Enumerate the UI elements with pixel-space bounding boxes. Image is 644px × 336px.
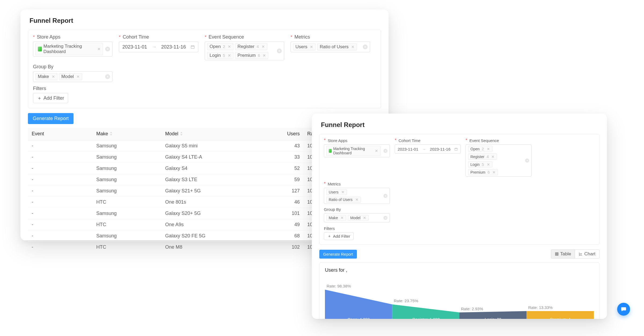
remove-tag-icon[interactable]: ✕ xyxy=(52,74,55,79)
funnel-stage xyxy=(325,290,392,319)
event-tag[interactable]: Register4✕ xyxy=(235,43,267,50)
clear-all-icon[interactable]: ✕ xyxy=(105,74,110,79)
metric-tag[interactable]: Users✕ xyxy=(293,43,316,50)
chat-fab[interactable] xyxy=(617,303,630,316)
funnel-svg xyxy=(325,284,594,319)
event-tag[interactable]: Open2✕ xyxy=(207,43,233,50)
cohort-start: 2023-11-01 xyxy=(122,44,147,50)
remove-tag-icon[interactable]: ✕ xyxy=(263,53,266,58)
generate-report-button[interactable]: Generate Report xyxy=(28,113,74,124)
clear-all-icon[interactable]: ✕ xyxy=(277,48,282,53)
cell-event: - xyxy=(28,230,93,241)
remove-tag-icon[interactable]: ✕ xyxy=(76,74,80,79)
remove-tag-icon[interactable]: ✕ xyxy=(492,170,496,174)
remove-tag-icon[interactable]: ✕ xyxy=(363,216,366,220)
remove-tag-icon[interactable]: ✕ xyxy=(228,44,231,49)
remove-tag-icon[interactable]: ✕ xyxy=(310,45,313,49)
remove-tag-icon[interactable]: ✕ xyxy=(97,47,101,51)
clear-all-icon[interactable]: ✕ xyxy=(363,44,368,49)
cell-users: 33 xyxy=(256,151,304,163)
remove-tag-icon[interactable]: ✕ xyxy=(487,147,490,151)
col-event[interactable]: Event xyxy=(28,128,93,140)
store-app-tag[interactable]: Marketing Tracking Dashboard ✕ xyxy=(326,146,380,156)
cohort-date-range[interactable]: 2023-11-01 → 2023-11-16 xyxy=(119,42,198,52)
remove-tag-icon[interactable]: ✕ xyxy=(375,149,378,153)
table-icon xyxy=(555,252,559,256)
chart-toggle[interactable]: Chart xyxy=(575,250,599,258)
clear-all-icon[interactable]: ✕ xyxy=(525,159,529,163)
funnel-stage xyxy=(392,304,460,319)
table-toggle[interactable]: Table xyxy=(551,250,575,258)
app-icon xyxy=(329,149,332,153)
event-tag[interactable]: Login5✕ xyxy=(207,52,233,59)
metrics-select[interactable]: Users✕ Ratio of Users✕ ✕ xyxy=(324,188,390,204)
store-apps-label: Store Apps xyxy=(33,34,112,40)
funnel-stage-label: Register: 1,023 xyxy=(412,317,439,319)
funnel-stage-label: Login: 30 xyxy=(480,317,506,319)
cell-model: Galaxy S3 LTE xyxy=(161,174,256,185)
cell-make: Samsung xyxy=(93,230,162,241)
chart-title: Users for , xyxy=(325,267,594,273)
cell-model: Galaxy S5 mini xyxy=(161,140,256,151)
remove-tag-icon[interactable]: ✕ xyxy=(355,197,358,202)
cohort-date-range[interactable]: 2023-11-01 → 2023-11-16 xyxy=(395,144,461,154)
remove-tag-icon[interactable]: ✕ xyxy=(487,162,490,167)
cell-event: - xyxy=(28,163,93,174)
store-app-tag[interactable]: Marketing Tracking Dashboard ✕ xyxy=(35,43,103,55)
cell-users: 127 xyxy=(256,185,304,196)
cell-make: Samsung xyxy=(93,140,162,151)
cell-users: 101 xyxy=(256,208,304,219)
group-by-label: Group By xyxy=(33,64,376,70)
event-sequence-select[interactable]: Open2✕ Register4✕ Login5✕ Premium6✕ ✕ xyxy=(466,144,532,177)
groupby-tag[interactable]: Model✕ xyxy=(348,215,369,221)
remove-tag-icon[interactable]: ✕ xyxy=(491,155,495,159)
event-tag[interactable]: Login5✕ xyxy=(468,161,492,167)
remove-tag-icon[interactable]: ✕ xyxy=(341,216,344,220)
sort-icon[interactable] xyxy=(180,131,183,137)
clear-all-icon[interactable]: ✕ xyxy=(105,47,110,51)
view-toggle: Table Chart xyxy=(551,249,599,259)
clear-all-icon[interactable]: ✕ xyxy=(383,216,387,220)
cell-make: Samsung xyxy=(93,208,162,219)
metrics-select[interactable]: Users✕ Ratio of Users✕ ✕ xyxy=(291,42,370,52)
plus-icon: ＋ xyxy=(37,95,42,101)
group-by-select[interactable]: Make✕ Model✕ ✕ xyxy=(33,71,112,82)
store-apps-select[interactable]: Marketing Tracking Dashboard ✕ ✕ xyxy=(33,42,112,57)
metric-tag[interactable]: Ratio of Users✕ xyxy=(326,197,361,203)
add-filter-button[interactable]: ＋ Add Filter xyxy=(324,232,354,240)
event-tag[interactable]: Premium6✕ xyxy=(235,52,268,59)
add-filter-button[interactable]: ＋ Add Filter xyxy=(33,93,68,103)
cell-event: - xyxy=(28,140,93,151)
cell-event: - xyxy=(28,219,93,230)
clear-all-icon[interactable]: ✕ xyxy=(383,194,387,198)
col-model[interactable]: Model xyxy=(161,128,256,140)
metrics-label: Metrics xyxy=(324,181,390,186)
event-sequence-select[interactable]: Open2✕ Register4✕ Login5✕ Premium6✕ ✕ xyxy=(205,42,284,60)
cell-event: - xyxy=(28,174,93,185)
group-by-select[interactable]: Make✕ Model✕ ✕ xyxy=(324,213,390,222)
event-tag[interactable]: Premium6✕ xyxy=(468,169,498,175)
col-make[interactable]: Make xyxy=(93,128,162,140)
event-tag[interactable]: Register4✕ xyxy=(468,154,497,160)
filters-label: Filters xyxy=(324,226,595,231)
generate-report-button[interactable]: Generate Report xyxy=(319,250,357,259)
groupby-tag[interactable]: Make✕ xyxy=(326,215,346,221)
store-apps-select[interactable]: Marketing Tracking Dashboard ✕ ✕ xyxy=(324,144,390,157)
query-panel: Store Apps Marketing Tracking Dashboard … xyxy=(28,30,381,108)
remove-tag-icon[interactable]: ✕ xyxy=(262,44,265,49)
remove-tag-icon[interactable]: ✕ xyxy=(228,53,231,58)
col-users[interactable]: Users xyxy=(256,128,304,140)
remove-tag-icon[interactable]: ✕ xyxy=(351,45,354,49)
metric-tag[interactable]: Users✕ xyxy=(326,189,347,195)
cell-event: - xyxy=(28,185,93,196)
remove-tag-icon[interactable]: ✕ xyxy=(341,190,345,194)
cell-users: 43 xyxy=(256,140,304,151)
clear-all-icon[interactable]: ✕ xyxy=(383,149,387,153)
sort-icon[interactable] xyxy=(110,131,112,137)
cohort-end: 2023-11-16 xyxy=(430,147,451,151)
cell-make: Samsung xyxy=(93,163,162,174)
groupby-tag[interactable]: Model✕ xyxy=(59,73,82,80)
event-tag[interactable]: Open2✕ xyxy=(468,146,492,152)
metric-tag[interactable]: Ratio of Users✕ xyxy=(317,43,357,50)
groupby-tag[interactable]: Make✕ xyxy=(35,73,57,80)
